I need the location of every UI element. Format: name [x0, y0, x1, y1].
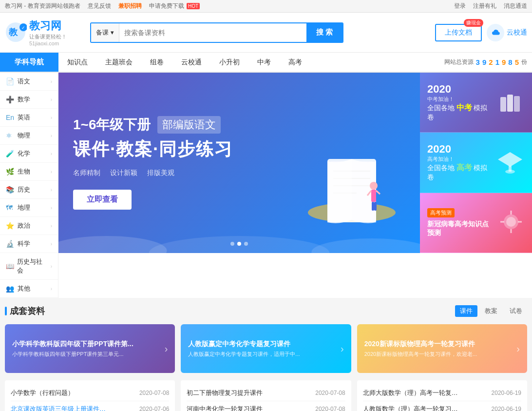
arrow-icon-3: › [51, 115, 52, 120]
mini-banner-3-image [498, 205, 525, 240]
list-title-2-2[interactable]: 河南中考化学一轮复习课件 [187, 405, 284, 411]
messages-link[interactable]: 消息通道 [504, 2, 527, 10]
mini-banner-1-year: 2020 [427, 83, 491, 96]
logo-main: 教习网 [29, 19, 67, 33]
stat-5: 5 [515, 58, 519, 66]
svg-rect-12 [371, 190, 376, 202]
arrow-icon-12: › [51, 286, 52, 292]
sidebar-item-history-society[interactable]: 📖 历史与社会 › [0, 253, 58, 280]
logo[interactable]: 教 ✓ 教习网 让备课更轻松！ 51jiaoxi.com [5, 19, 83, 46]
mini-banner-3-text: 高考预测 新冠病毒高考知识点预测 [427, 208, 493, 237]
svg-rect-16 [374, 202, 377, 211]
list-item: 北师大版数学（理）高考一轮复习课件 2020-06-19 [363, 385, 521, 401]
arrow-icon-8: › [51, 205, 52, 211]
nav-item-gaokao[interactable]: 高考 [280, 53, 311, 72]
feature-1: 名师精制 [73, 169, 100, 177]
section-header: 成套资料 课件 教案 试卷 [5, 305, 527, 317]
mini-banner-1-image [495, 87, 525, 118]
stat-3: 3 [476, 58, 480, 66]
list-date-3-1: 2020-06-19 [492, 390, 521, 396]
sidebar-item-science[interactable]: 🔬 科学 › [0, 235, 58, 253]
sidebar-item-history[interactable]: 📚 历史 › [0, 181, 58, 199]
banner-cta-button[interactable]: 立即查看 [73, 190, 132, 210]
topbar-right: 登录 注册有礼 消息通道 [454, 2, 527, 10]
card-1-arrow: › [165, 343, 168, 354]
nav-subject: 学科导航 [0, 53, 58, 72]
register-link[interactable]: 注册有礼 [473, 2, 496, 10]
list-title-3-2[interactable]: 人教版数学（理）高考一轮复习课件 [363, 405, 460, 411]
lists-row: 小学数学（行程问题） 2020-07-08 北京课改版英语三年级上册课件【全册】… [5, 380, 527, 411]
card-3-sub: 2020新课标版物理高考一轮复习课件，欢迎老... [364, 351, 512, 358]
sidebar-item-geography[interactable]: 🗺 地理 › [0, 199, 58, 217]
card-1-title: 小学科学教科版四年级下册PPT课件第... [12, 340, 160, 349]
list-title-1-2[interactable]: 北京课改版英语三年级上册课件【全册】 [11, 405, 108, 411]
list-title-2-1[interactable]: 初二下册物理复习提升课件 [187, 389, 284, 397]
resource-card-2[interactable]: 人教版赢定中考化学专题复习课件 人教版赢定中考化学专题复习课件，适用于中... … [181, 324, 351, 373]
nav-item-knowledge[interactable]: 知识点 [58, 53, 96, 72]
sidebar-label-physics: 物理 [18, 131, 30, 140]
banner-grade: 1~6年级下册 [73, 117, 151, 133]
sidebar-item-other[interactable]: 👥 其他 › [0, 280, 58, 298]
list-title-1-1[interactable]: 小学数学（行程问题） [11, 389, 108, 397]
header: 教 ✓ 教习网 让备课更轻松！ 51jiaoxi.com 备课 ▾ 搜 索 赚现… [0, 13, 532, 53]
main-container: 📄 语文 › ➕ 数学 › En 英语 › ⚛ 物理 › 🧪 化学 › 🌿 生物… [0, 73, 532, 298]
nav-item-papers[interactable]: 组卷 [141, 53, 172, 72]
resource-section: 成套资料 课件 教案 试卷 小学科学教科版四年级下册PPT课件第... 小学科学… [0, 298, 532, 411]
upload-button[interactable]: 赚现金 上传文档 [435, 24, 482, 41]
graduation-icon [495, 147, 525, 176]
mini-banner-1-text: 2020 中考加油！ 全国各地 中考 模拟卷 [427, 83, 491, 122]
sidebar-label-politics: 政治 [18, 221, 30, 230]
svg-marker-23 [498, 152, 522, 167]
predict-tag: 高考预测 [427, 208, 455, 217]
sidebar-item-chemistry[interactable]: 🧪 化学 › [0, 145, 58, 163]
sidebar-item-physics[interactable]: ⚛ 物理 › [0, 127, 58, 145]
sidebar-label-history: 历史 [18, 185, 30, 194]
feedback-link[interactable]: 意见反馈 [88, 2, 111, 10]
resource-card-3[interactable]: 2020新课标版物理高考一轮复习课件 2020新课标版物理高考一轮复习课件，欢迎… [357, 324, 527, 373]
mini-banner-midexam[interactable]: 2020 中考加油！ 全国各地 中考 模拟卷 [420, 73, 532, 133]
login-link[interactable]: 登录 [454, 2, 466, 10]
section-tabs: 课件 教案 试卷 [455, 305, 527, 317]
list-item: 人教版数学（理）高考一轮复习课件 2020-06-19 [363, 401, 521, 411]
header-actions: 赚现金 上传文档 云校通 [435, 24, 527, 41]
sidebar-item-biology[interactable]: 🌿 生物 › [0, 163, 58, 181]
arrow-icon-5: › [51, 151, 52, 157]
resource-card-1[interactable]: 小学科学教科版四年级下册PPT课件第... 小学科学教科版四年级下册PPT课件第… [5, 324, 175, 373]
section-title: 成套资料 [5, 305, 45, 317]
nav-item-cloud[interactable]: 云校通 [172, 53, 210, 72]
nav-item-midterm[interactable]: 中考 [248, 53, 280, 72]
mini-banner-gaokao[interactable]: 2020 高考加油！ 全国各地 高考 模拟卷 [420, 133, 532, 193]
feature-3: 排版美观 [147, 169, 174, 177]
search-button[interactable]: 搜 索 [306, 23, 342, 42]
card-1-text: 小学科学教科版四年级下册PPT课件第... 小学科学教科版四年级下册PPT课件第… [12, 340, 160, 358]
other-icon: 👥 [6, 285, 15, 293]
sidebar-item-english[interactable]: En 英语 › [0, 109, 58, 127]
svg-text:教: 教 [8, 27, 18, 37]
card-2-text: 人教版赢定中考化学专题复习课件 人教版赢定中考化学专题复习课件，适用于中... [188, 340, 336, 358]
mid-highlight: 中考 [456, 103, 472, 112]
cloud-button[interactable]: 云校通 [487, 24, 527, 41]
sidebar-item-politics[interactable]: ⭐ 政治 › [0, 217, 58, 235]
logo-tagline: 让备课更轻松！ [29, 33, 67, 40]
english-icon: En [6, 114, 15, 121]
sidebar-item-chinese[interactable]: 📄 语文 › [0, 73, 58, 91]
tab-exam[interactable]: 试卷 [505, 305, 527, 317]
nav-stats: 网站总资源 3 9 2 1 9 8 5 份 [444, 58, 532, 66]
list-date-1-1: 2020-07-08 [139, 390, 169, 396]
sidebar-item-math[interactable]: ➕ 数学 › [0, 91, 58, 109]
free-download-link[interactable]: 申请免费下载 [149, 2, 184, 9]
tab-lesson-plan[interactable]: 教案 [480, 305, 502, 317]
svg-rect-20 [500, 97, 506, 112]
main-banner[interactable]: 1~6年级下册 部编版语文 课件·教案·同步练习 名师精制 设计新颖 排版美观 … [58, 73, 420, 253]
mini-banner-predict[interactable]: 高考预测 新冠病毒高考知识点预测 [420, 193, 532, 253]
nav-item-theme[interactable]: 主题班会 [96, 53, 141, 72]
search-category[interactable]: 备课 ▾ [91, 23, 119, 42]
part-time-link[interactable]: 兼职招聘 [118, 2, 142, 10]
nav-item-primary[interactable]: 小升初 [210, 53, 248, 72]
tab-courseware[interactable]: 课件 [455, 305, 477, 317]
sidebar: 📄 语文 › ➕ 数学 › En 英语 › ⚛ 物理 › 🧪 化学 › 🌿 生物… [0, 73, 58, 298]
list-title-3-1[interactable]: 北师大版数学（理）高考一轮复习课件 [363, 389, 460, 397]
search-input[interactable] [119, 23, 306, 42]
list-date-2-2: 2020-07-08 [315, 406, 345, 411]
sidebar-label-other: 其他 [18, 284, 30, 293]
